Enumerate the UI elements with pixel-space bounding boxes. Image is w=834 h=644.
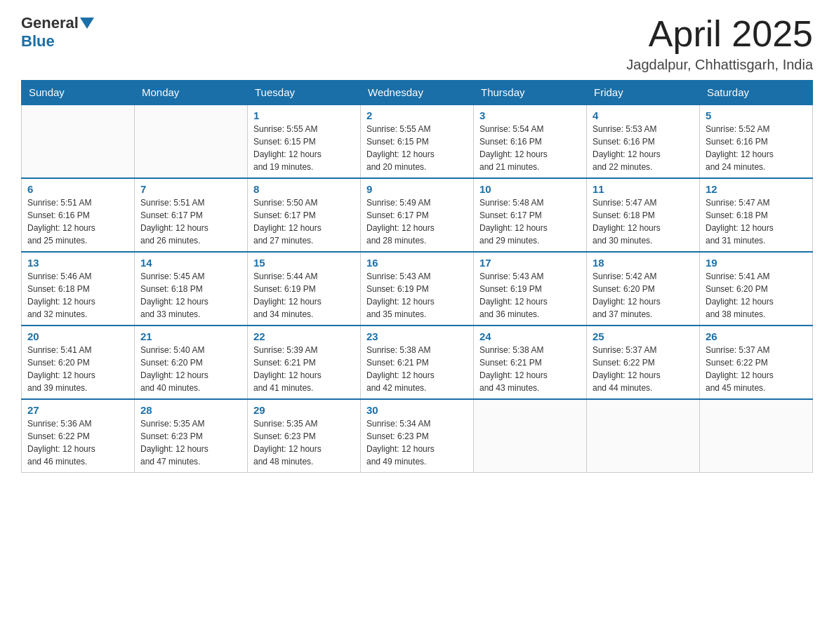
day-info: Sunrise: 5:38 AMSunset: 6:21 PMDaylight:… [479, 344, 581, 394]
day-info: Sunrise: 5:36 AMSunset: 6:22 PMDaylight:… [27, 417, 128, 468]
day-number: 17 [479, 257, 581, 269]
calendar-week-5: 27Sunrise: 5:36 AMSunset: 6:22 PMDayligh… [22, 399, 813, 473]
calendar-title: April 2025 [626, 14, 813, 54]
calendar-cell: 20Sunrise: 5:41 AMSunset: 6:20 PMDayligh… [22, 326, 135, 399]
day-info: Sunrise: 5:45 AMSunset: 6:18 PMDaylight:… [140, 270, 241, 321]
weekday-header-row: SundayMondayTuesdayWednesdayThursdayFrid… [22, 81, 813, 105]
day-number: 20 [27, 330, 128, 342]
calendar-cell: 2Sunrise: 5:55 AMSunset: 6:15 PMDaylight… [361, 105, 474, 178]
calendar-cell [587, 399, 700, 473]
title-block: April 2025 Jagdalpur, Chhattisgarh, Indi… [626, 14, 813, 73]
day-info: Sunrise: 5:38 AMSunset: 6:21 PMDaylight:… [366, 344, 468, 394]
day-number: 16 [366, 257, 468, 269]
day-info: Sunrise: 5:40 AMSunset: 6:20 PMDaylight:… [140, 344, 241, 394]
calendar-cell: 14Sunrise: 5:45 AMSunset: 6:18 PMDayligh… [135, 252, 248, 326]
day-number: 27 [27, 404, 128, 416]
day-number: 9 [366, 183, 468, 195]
calendar-week-2: 6Sunrise: 5:51 AMSunset: 6:16 PMDaylight… [22, 178, 813, 252]
calendar-cell: 29Sunrise: 5:35 AMSunset: 6:23 PMDayligh… [248, 399, 361, 473]
calendar-body: 1Sunrise: 5:55 AMSunset: 6:15 PMDaylight… [22, 105, 813, 473]
weekday-header-sunday: Sunday [22, 81, 135, 105]
weekday-header-saturday: Saturday [700, 81, 813, 105]
calendar-cell: 19Sunrise: 5:41 AMSunset: 6:20 PMDayligh… [700, 252, 813, 326]
calendar-cell: 24Sunrise: 5:38 AMSunset: 6:21 PMDayligh… [474, 326, 587, 399]
calendar-cell: 16Sunrise: 5:43 AMSunset: 6:19 PMDayligh… [361, 252, 474, 326]
calendar-cell [700, 399, 813, 473]
calendar-cell: 9Sunrise: 5:49 AMSunset: 6:17 PMDaylight… [361, 178, 474, 252]
day-info: Sunrise: 5:48 AMSunset: 6:17 PMDaylight:… [479, 196, 581, 247]
day-number: 8 [253, 183, 355, 195]
day-info: Sunrise: 5:41 AMSunset: 6:20 PMDaylight:… [27, 344, 128, 394]
weekday-header-friday: Friday [587, 81, 700, 105]
calendar-cell: 1Sunrise: 5:55 AMSunset: 6:15 PMDaylight… [248, 105, 361, 178]
calendar-cell: 3Sunrise: 5:54 AMSunset: 6:16 PMDaylight… [474, 105, 587, 178]
logo-triangle-icon [80, 18, 94, 29]
day-info: Sunrise: 5:34 AMSunset: 6:23 PMDaylight:… [366, 417, 468, 468]
day-info: Sunrise: 5:55 AMSunset: 6:15 PMDaylight:… [253, 123, 355, 173]
day-info: Sunrise: 5:37 AMSunset: 6:22 PMDaylight:… [593, 344, 694, 394]
day-info: Sunrise: 5:47 AMSunset: 6:18 PMDaylight:… [593, 196, 694, 247]
calendar-table: SundayMondayTuesdayWednesdayThursdayFrid… [21, 80, 813, 473]
day-info: Sunrise: 5:52 AMSunset: 6:16 PMDaylight:… [706, 123, 807, 173]
day-info: Sunrise: 5:37 AMSunset: 6:22 PMDaylight:… [706, 344, 807, 394]
day-number: 24 [479, 330, 581, 342]
day-number: 15 [253, 257, 355, 269]
day-number: 13 [27, 257, 128, 269]
day-number: 3 [479, 109, 581, 121]
day-number: 5 [706, 109, 807, 121]
calendar-cell [22, 105, 135, 178]
calendar-cell: 10Sunrise: 5:48 AMSunset: 6:17 PMDayligh… [474, 178, 587, 252]
weekday-header-thursday: Thursday [474, 81, 587, 105]
day-info: Sunrise: 5:44 AMSunset: 6:19 PMDaylight:… [253, 270, 355, 321]
calendar-cell: 4Sunrise: 5:53 AMSunset: 6:16 PMDaylight… [587, 105, 700, 178]
calendar-week-3: 13Sunrise: 5:46 AMSunset: 6:18 PMDayligh… [22, 252, 813, 326]
day-info: Sunrise: 5:39 AMSunset: 6:21 PMDaylight:… [253, 344, 355, 394]
day-info: Sunrise: 5:47 AMSunset: 6:18 PMDaylight:… [706, 196, 807, 247]
calendar-week-4: 20Sunrise: 5:41 AMSunset: 6:20 PMDayligh… [22, 326, 813, 399]
calendar-cell: 22Sunrise: 5:39 AMSunset: 6:21 PMDayligh… [248, 326, 361, 399]
day-info: Sunrise: 5:51 AMSunset: 6:16 PMDaylight:… [27, 196, 128, 247]
day-info: Sunrise: 5:50 AMSunset: 6:17 PMDaylight:… [253, 196, 355, 247]
calendar-cell [474, 399, 587, 473]
day-info: Sunrise: 5:55 AMSunset: 6:15 PMDaylight:… [366, 123, 468, 173]
day-number: 11 [593, 183, 694, 195]
day-info: Sunrise: 5:43 AMSunset: 6:19 PMDaylight:… [479, 270, 581, 321]
day-number: 10 [479, 183, 581, 195]
calendar-cell: 15Sunrise: 5:44 AMSunset: 6:19 PMDayligh… [248, 252, 361, 326]
day-number: 19 [706, 257, 807, 269]
day-number: 21 [140, 330, 241, 342]
calendar-cell: 23Sunrise: 5:38 AMSunset: 6:21 PMDayligh… [361, 326, 474, 399]
day-info: Sunrise: 5:42 AMSunset: 6:20 PMDaylight:… [593, 270, 694, 321]
day-number: 14 [140, 257, 241, 269]
calendar-cell: 6Sunrise: 5:51 AMSunset: 6:16 PMDaylight… [22, 178, 135, 252]
calendar-cell: 27Sunrise: 5:36 AMSunset: 6:22 PMDayligh… [22, 399, 135, 473]
calendar-cell: 12Sunrise: 5:47 AMSunset: 6:18 PMDayligh… [700, 178, 813, 252]
day-number: 30 [366, 404, 468, 416]
day-number: 2 [366, 109, 468, 121]
day-number: 6 [27, 183, 128, 195]
weekday-header-tuesday: Tuesday [248, 81, 361, 105]
day-number: 18 [593, 257, 694, 269]
day-number: 4 [593, 109, 694, 121]
calendar-cell: 25Sunrise: 5:37 AMSunset: 6:22 PMDayligh… [587, 326, 700, 399]
day-number: 1 [253, 109, 355, 121]
day-info: Sunrise: 5:35 AMSunset: 6:23 PMDaylight:… [253, 417, 355, 468]
day-number: 23 [366, 330, 468, 342]
day-info: Sunrise: 5:49 AMSunset: 6:17 PMDaylight:… [366, 196, 468, 247]
day-number: 22 [253, 330, 355, 342]
weekday-header-monday: Monday [135, 81, 248, 105]
location-subtitle: Jagdalpur, Chhattisgarh, India [626, 57, 813, 73]
day-info: Sunrise: 5:35 AMSunset: 6:23 PMDaylight:… [140, 417, 241, 468]
day-number: 28 [140, 404, 241, 416]
calendar-cell: 13Sunrise: 5:46 AMSunset: 6:18 PMDayligh… [22, 252, 135, 326]
calendar-cell: 5Sunrise: 5:52 AMSunset: 6:16 PMDaylight… [700, 105, 813, 178]
calendar-cell: 7Sunrise: 5:51 AMSunset: 6:17 PMDaylight… [135, 178, 248, 252]
day-info: Sunrise: 5:43 AMSunset: 6:19 PMDaylight:… [366, 270, 468, 321]
calendar-cell: 8Sunrise: 5:50 AMSunset: 6:17 PMDaylight… [248, 178, 361, 252]
weekday-header-wednesday: Wednesday [361, 81, 474, 105]
logo-general-text: General [21, 14, 79, 32]
calendar-cell: 26Sunrise: 5:37 AMSunset: 6:22 PMDayligh… [700, 326, 813, 399]
day-number: 12 [706, 183, 807, 195]
calendar-cell: 18Sunrise: 5:42 AMSunset: 6:20 PMDayligh… [587, 252, 700, 326]
calendar-cell: 11Sunrise: 5:47 AMSunset: 6:18 PMDayligh… [587, 178, 700, 252]
